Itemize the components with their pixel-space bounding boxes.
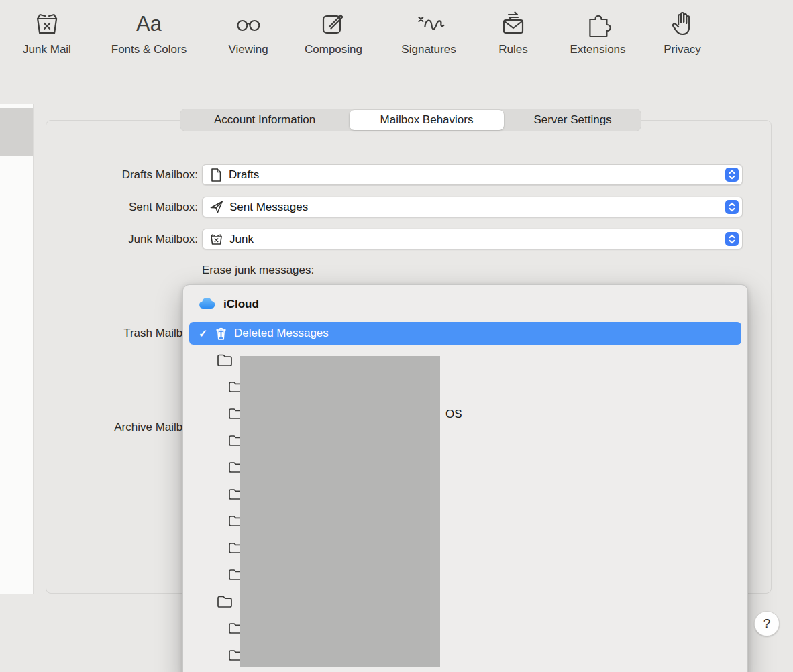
tab-mailbox-behaviors[interactable]: Mailbox Behaviors	[350, 110, 504, 130]
drafts-mailbox-value: Drafts	[229, 168, 259, 182]
signature-icon	[413, 8, 445, 40]
tab-server-settings[interactable]: Server Settings	[504, 109, 641, 131]
toolbar-item-label: Fonts & Colors	[111, 43, 187, 56]
trash-mailbox-popup-menu: iCloud ✓ Deleted Messages	[182, 284, 748, 672]
hand-icon	[668, 8, 697, 40]
settings-toolbar: Junk Mail Aa Fonts & Colors Viewing Comp…	[0, 0, 793, 76]
sent-mailbox-select[interactable]: Sent Messages	[202, 197, 743, 217]
compose-icon	[319, 8, 348, 40]
menu-account-header: iCloud	[198, 296, 259, 313]
toolbar-item-label: Privacy	[664, 43, 701, 56]
toolbar-item-label: Rules	[498, 43, 527, 56]
mail-settings-window: Junk Mail Aa Fonts & Colors Viewing Comp…	[0, 0, 793, 672]
paperplane-icon	[209, 200, 223, 214]
partial-folder-name: OS	[445, 408, 462, 421]
toolbar-item-label: Junk Mail	[23, 43, 71, 56]
toolbar-item-viewing[interactable]: Viewing	[228, 8, 268, 56]
junk-mailbox-label: Junk Mailbox:	[27, 233, 198, 246]
menu-account-name: iCloud	[223, 298, 259, 311]
erase-junk-messages-label: Erase junk messages:	[202, 264, 314, 277]
toolbar-item-label: Viewing	[228, 43, 268, 56]
tab-bar: Account Information Mailbox Behaviors Se…	[180, 109, 641, 131]
redaction-overlay	[240, 356, 440, 667]
junk-mailbox-select[interactable]: Junk	[202, 229, 743, 249]
document-icon	[209, 168, 223, 182]
toolbar-item-fonts-colors[interactable]: Aa Fonts & Colors	[111, 8, 187, 56]
stepper-icon	[725, 200, 739, 214]
menu-item-folder[interactable]	[217, 595, 233, 608]
archive-mailbox-label: Archive Mailbox:	[27, 421, 198, 434]
puzzle-icon	[583, 8, 613, 40]
menu-item-folder[interactable]	[217, 353, 233, 367]
trash-icon	[215, 327, 227, 341]
toolbar-item-signatures[interactable]: Signatures	[401, 8, 456, 56]
tab-account-information[interactable]: Account Information	[180, 109, 350, 131]
toolbar-item-junk-mail[interactable]: Junk Mail	[23, 8, 71, 56]
glasses-icon	[233, 8, 263, 40]
stepper-icon	[725, 232, 739, 246]
menu-item-deleted-messages[interactable]: ✓ Deleted Messages	[189, 322, 741, 345]
stepper-icon	[725, 168, 739, 182]
toolbar-item-label: Composing	[305, 43, 362, 56]
fonts-colors-icon: Aa	[136, 8, 162, 40]
checkmark-icon: ✓	[199, 327, 215, 340]
selected-account-row[interactable]	[0, 108, 33, 156]
sent-mailbox-label: Sent Mailbox:	[27, 201, 198, 214]
junk-box-icon	[209, 233, 223, 246]
toolbar-item-label: Signatures	[401, 43, 456, 56]
menu-item-label: Deleted Messages	[234, 327, 329, 340]
toolbar-item-extensions[interactable]: Extensions	[570, 8, 625, 56]
drafts-mailbox-select[interactable]: Drafts	[202, 164, 743, 185]
sidebar-divider	[0, 569, 33, 569]
rules-envelope-icon	[498, 8, 528, 40]
junk-mail-icon	[32, 8, 62, 40]
toolbar-item-label: Extensions	[570, 43, 625, 56]
junk-mailbox-value: Junk	[229, 233, 254, 246]
help-button[interactable]: ?	[754, 611, 780, 636]
icloud-icon	[198, 296, 216, 313]
toolbar-item-rules[interactable]: Rules	[498, 8, 528, 56]
toolbar-item-composing[interactable]: Composing	[305, 8, 362, 56]
sent-mailbox-value: Sent Messages	[229, 201, 308, 214]
trash-mailbox-label: Trash Mailbox:	[27, 327, 198, 340]
toolbar-item-privacy[interactable]: Privacy	[664, 8, 701, 56]
help-button-label: ?	[763, 616, 771, 631]
drafts-mailbox-label: Drafts Mailbox:	[27, 168, 198, 182]
